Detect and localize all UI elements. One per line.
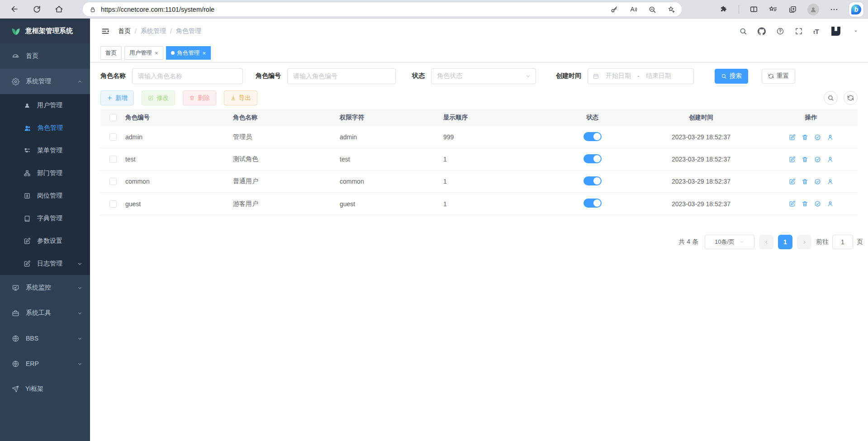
row-data-permission-icon[interactable] xyxy=(814,156,821,163)
search-button[interactable]: 搜索 xyxy=(715,69,748,84)
read-aloud-icon[interactable] xyxy=(629,5,637,14)
lock-icon[interactable] xyxy=(89,6,96,13)
role-name: 测试角色 xyxy=(233,155,340,163)
collections-icon[interactable] xyxy=(788,5,797,14)
sidebar-item-log-management[interactable]: 日志管理 xyxy=(0,252,90,275)
tab-home[interactable]: 首页 xyxy=(100,46,122,60)
export-button[interactable]: 导出 xyxy=(224,90,257,105)
users-icon xyxy=(24,124,31,132)
row-checkbox[interactable] xyxy=(109,133,117,141)
sidebar-item-menu-management[interactable]: 菜单管理 xyxy=(0,139,90,162)
close-icon[interactable]: × xyxy=(203,50,206,57)
zoom-out-icon[interactable] xyxy=(648,5,656,14)
browser-essentials-icon[interactable] xyxy=(720,5,728,14)
row-delete-icon[interactable] xyxy=(802,134,808,141)
role-code: test xyxy=(125,156,233,163)
address-bar[interactable]: https://ccnetcore.com:1101/system/role xyxy=(83,2,682,16)
user-avatar[interactable] xyxy=(830,25,842,38)
row-assign-user-icon[interactable] xyxy=(827,178,834,185)
current-page[interactable]: 1 xyxy=(778,235,792,249)
caret-down-icon[interactable] xyxy=(853,28,859,34)
prev-page-button[interactable] xyxy=(759,235,773,249)
sidebar-fold-icon[interactable] xyxy=(101,27,110,36)
sidebar-item-system-monitor[interactable]: 系统监控 xyxy=(0,275,90,300)
fullscreen-icon[interactable] xyxy=(795,27,803,35)
select-all-checkbox[interactable] xyxy=(109,114,117,121)
sidebar-item-dict-management[interactable]: 字典管理 xyxy=(0,207,90,230)
row-edit-icon[interactable] xyxy=(789,200,796,207)
refresh-table-button[interactable] xyxy=(844,91,858,105)
browser-profile-avatar[interactable] xyxy=(807,4,819,15)
date-range-picker[interactable]: 开始日期 - 结束日期 xyxy=(588,68,694,84)
next-page-button[interactable] xyxy=(797,235,811,249)
browser-home-icon[interactable] xyxy=(55,5,63,14)
github-icon[interactable] xyxy=(758,27,766,35)
copilot-icon[interactable]: b xyxy=(849,2,863,17)
row-data-permission-icon[interactable] xyxy=(814,178,821,185)
browser-refresh-icon[interactable] xyxy=(33,5,41,14)
browser-back-icon[interactable] xyxy=(10,5,19,14)
sidebar-item-yi-framework[interactable]: Yi框架 xyxy=(0,376,90,402)
row-data-permission-icon[interactable] xyxy=(814,200,821,207)
sidebar-item-param-settings[interactable]: 参数设置 xyxy=(0,230,90,252)
close-icon[interactable]: × xyxy=(155,50,158,57)
app-logo[interactable]: 意框架管理系统 xyxy=(0,19,90,43)
status-toggle[interactable] xyxy=(583,176,602,185)
font-size-icon[interactable]: tT xyxy=(813,28,819,35)
date-start-placeholder: 开始日期 xyxy=(606,72,631,80)
role-code-input[interactable] xyxy=(287,68,396,84)
tab-role-management[interactable]: 角色管理 × xyxy=(166,46,211,60)
sidebar-item-home[interactable]: 首页 xyxy=(0,43,90,69)
row-checkbox[interactable] xyxy=(109,200,117,208)
row-checkbox[interactable] xyxy=(109,178,117,185)
chevron-down-icon xyxy=(77,361,83,367)
row-delete-icon[interactable] xyxy=(802,156,808,163)
browser-menu-icon[interactable] xyxy=(830,5,839,14)
row-edit-icon[interactable] xyxy=(789,134,796,141)
row-data-permission-icon[interactable] xyxy=(814,134,821,141)
status-select[interactable]: 角色状态 xyxy=(431,68,536,84)
row-assign-user-icon[interactable] xyxy=(827,156,834,163)
role-name-input[interactable] xyxy=(132,68,243,84)
password-key-icon[interactable] xyxy=(610,5,618,14)
dashboard-icon xyxy=(12,52,19,60)
page-size-select[interactable]: 10条/页 xyxy=(705,235,754,249)
row-edit-icon[interactable] xyxy=(789,178,796,185)
book-icon xyxy=(24,215,31,222)
sidebar-item-system-tools[interactable]: 系统工具 xyxy=(0,300,90,326)
sidebar-item-post-management[interactable]: 岗位管理 xyxy=(0,185,90,207)
created-time: 2023-03-29 18:52:37 xyxy=(638,178,764,185)
sidebar-item-erp[interactable]: ERP xyxy=(0,351,90,376)
show-search-toggle-button[interactable] xyxy=(824,91,838,105)
row-delete-icon[interactable] xyxy=(802,178,808,185)
sidebar-item-bbs[interactable]: BBS xyxy=(0,326,90,351)
status-toggle[interactable] xyxy=(583,132,602,141)
tab-user-management[interactable]: 用户管理 × xyxy=(124,46,163,60)
row-delete-icon[interactable] xyxy=(802,200,808,207)
role-table: 角色编号 角色名称 权限字符 显示顺序 状态 创建时间 操作 admin 管理员… xyxy=(100,109,858,215)
sidebar-item-dept-management[interactable]: 部门管理 xyxy=(0,162,90,185)
url-text[interactable]: https://ccnetcore.com:1101/system/role xyxy=(101,6,214,13)
badge-icon xyxy=(24,192,31,199)
favorites-icon[interactable] xyxy=(768,5,778,14)
reset-button[interactable]: 重置 xyxy=(762,69,795,84)
header-search-icon[interactable] xyxy=(739,27,747,35)
status-toggle[interactable] xyxy=(583,199,602,208)
row-assign-user-icon[interactable] xyxy=(827,134,834,141)
sidebar-item-user-management[interactable]: 用户管理 xyxy=(0,94,90,117)
add-button[interactable]: 新增 xyxy=(100,90,134,105)
goto-page-input[interactable] xyxy=(832,235,853,249)
row-edit-icon[interactable] xyxy=(789,156,796,163)
add-favorite-icon[interactable] xyxy=(667,5,675,14)
modify-button[interactable]: 修改 xyxy=(142,90,175,105)
help-icon[interactable] xyxy=(776,27,784,35)
sidebar-item-role-management[interactable]: 角色管理 xyxy=(0,117,90,139)
split-screen-icon[interactable] xyxy=(749,5,758,14)
status-toggle[interactable] xyxy=(583,154,602,163)
row-assign-user-icon[interactable] xyxy=(827,200,834,207)
row-checkbox[interactable] xyxy=(109,156,117,163)
sidebar-item-system-management[interactable]: 系统管理 xyxy=(0,69,90,94)
breadcrumb-home[interactable]: 首页 xyxy=(118,27,131,35)
tag-views-bar: 首页 用户管理 × 角色管理 × xyxy=(90,44,868,62)
delete-button[interactable]: 删除 xyxy=(183,90,216,105)
